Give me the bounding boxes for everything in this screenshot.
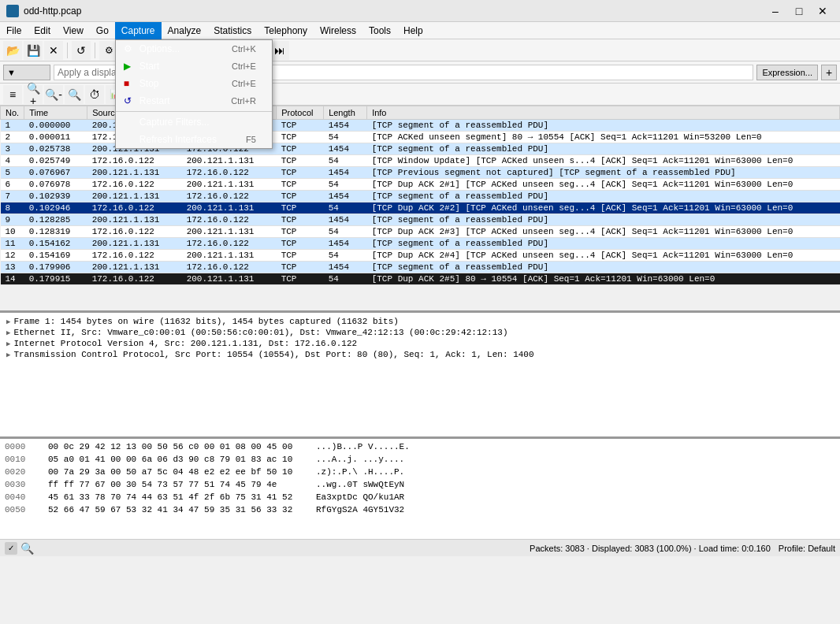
time-button[interactable]: ⏱ — [85, 85, 104, 104]
menu-tools[interactable]: Tools — [362, 22, 397, 39]
capture-filters[interactable]: Capture Filters... — [116, 113, 272, 131]
status-indicator: ✓ — [5, 542, 17, 555]
menu-edit[interactable]: Edit — [28, 22, 57, 39]
table-cell: 8 — [1, 202, 24, 214]
table-cell: TCP — [277, 132, 324, 143]
zoom-reset-button[interactable]: 🔍 — [65, 85, 84, 104]
add-filter-button[interactable]: + — [821, 65, 837, 80]
table-cell: 172.16.0.122 — [87, 273, 182, 285]
table-cell: 172.16.0.122 — [87, 250, 182, 262]
table-cell: 172.16.0.122 — [182, 238, 277, 250]
close-file-button[interactable]: ✕ — [44, 41, 63, 60]
col-header-protocol[interactable]: Protocol — [277, 106, 324, 120]
menu-go[interactable]: Go — [90, 22, 115, 39]
table-row[interactable]: 100.128319172.16.0.122200.121.1.131TCP54… — [1, 226, 840, 238]
table-row[interactable]: 140.179915172.16.0.122200.121.1.131TCP54… — [1, 273, 840, 285]
filter-dropdown[interactable]: ▼ — [3, 65, 50, 80]
table-cell: 54 — [324, 132, 367, 143]
table-row[interactable]: 40.025749172.16.0.122200.121.1.131TCP54[… — [1, 155, 840, 167]
detail-row[interactable]: ▶Transmission Control Protocol, Src Port… — [3, 349, 837, 360]
save-file-button[interactable]: 💾 — [24, 41, 43, 60]
table-cell: 54 — [324, 226, 367, 238]
menu-capture[interactable]: Capture ⚙ Options... Ctrl+K ▶ Start Ctrl… — [115, 22, 162, 39]
table-cell: [TCP segment of a reassembled PDU] — [367, 143, 840, 155]
menu-statistics[interactable]: Statistics — [207, 22, 258, 39]
titlebar-left: odd-http.pcap — [6, 5, 81, 17]
table-cell: TCP — [277, 202, 324, 214]
detail-row[interactable]: ▶Frame 1: 1454 bytes on wire (11632 bits… — [3, 316, 837, 327]
expand-arrow-icon: ▶ — [6, 318, 10, 326]
col-header-info[interactable]: Info — [367, 106, 840, 120]
capture-start[interactable]: ▶ Start Ctrl+E — [116, 58, 272, 75]
hex-bytes: 52 66 47 59 67 53 32 41 34 47 59 35 31 5… — [48, 503, 300, 516]
window-title: odd-http.pcap — [24, 6, 81, 17]
table-cell: 54 — [324, 179, 367, 191]
table-cell: TCP — [277, 179, 324, 191]
table-cell: 1454 — [324, 214, 367, 226]
maximize-button[interactable]: □ — [788, 3, 810, 19]
equal-button[interactable]: ≡ — [3, 85, 22, 104]
close-button[interactable]: ✕ — [812, 3, 834, 19]
capture-stop[interactable]: ■ Stop Ctrl+E — [116, 75, 272, 92]
menu-wireless[interactable]: Wireless — [314, 22, 362, 39]
table-cell: 0.025749 — [24, 155, 87, 167]
table-cell: 172.16.0.122 — [182, 191, 277, 202]
menu-telephony[interactable]: Telephony — [258, 22, 314, 39]
stop-shortcut: Ctrl+E — [232, 79, 256, 88]
expression-button[interactable]: Expression... — [756, 65, 818, 80]
reload-button[interactable]: ↺ — [72, 41, 91, 60]
table-cell: [TCP segment of a reassembled PDU] — [367, 191, 840, 202]
table-cell: 11 — [1, 238, 24, 250]
table-cell: 6 — [1, 179, 24, 191]
table-row[interactable]: 90.128285200.121.1.131172.16.0.122TCP145… — [1, 214, 840, 226]
go-last-button[interactable]: ⏭ — [270, 41, 289, 60]
detail-row[interactable]: ▶Ethernet II, Src: Vmware_c0:00:01 (00:5… — [3, 327, 837, 338]
table-cell: 172.16.0.122 — [182, 214, 277, 226]
table-row[interactable]: 70.102939200.121.1.131172.16.0.122TCP145… — [1, 191, 840, 202]
table-cell: 2 — [1, 132, 24, 143]
packet-details-container[interactable]: ▶Frame 1: 1454 bytes on wire (11632 bits… — [0, 310, 840, 436]
table-row[interactable]: 110.154162200.121.1.131172.16.0.122TCP14… — [1, 238, 840, 250]
open-file-button[interactable]: 📂 — [3, 41, 22, 60]
menu-view[interactable]: View — [57, 22, 90, 39]
capture-restart[interactable]: ↺ Restart Ctrl+R — [116, 92, 272, 110]
hex-offset: 0040 — [5, 491, 32, 503]
table-row[interactable]: 130.179906200.121.1.131172.16.0.122TCP14… — [1, 262, 840, 273]
table-cell: 7 — [1, 191, 24, 202]
table-cell: 0.076967 — [24, 167, 87, 179]
table-cell: 0.154169 — [24, 250, 87, 262]
restart-icon: ↺ — [124, 95, 139, 106]
stop-label: Stop — [139, 78, 216, 89]
detail-row[interactable]: ▶Internet Protocol Version 4, Src: 200.1… — [3, 338, 837, 349]
table-cell: 1454 — [324, 262, 367, 273]
table-cell: 54 — [324, 202, 367, 214]
table-cell: 200.121.1.131 — [182, 250, 277, 262]
minimize-button[interactable]: – — [764, 3, 786, 19]
table-cell: [TCP Dup ACK 2#5] 80 → 10554 [ACK] Seq=1… — [367, 273, 840, 285]
table-cell: 200.121.1.131 — [87, 262, 182, 273]
table-cell: 0.128319 — [24, 226, 87, 238]
stop-icon: ■ — [124, 78, 139, 89]
table-cell: 9 — [1, 214, 24, 226]
col-header-time[interactable]: Time — [24, 106, 87, 120]
table-row[interactable]: 50.076967200.121.1.131172.16.0.122TCP145… — [1, 167, 840, 179]
zoom-out-button[interactable]: 🔍- — [44, 85, 63, 104]
status-left: ✓ 🔍 — [5, 542, 34, 555]
table-cell: 200.121.1.131 — [87, 191, 182, 202]
hex-container[interactable]: 000000 0c 29 42 12 13 00 50 56 c0 00 01 … — [0, 436, 840, 539]
hex-bytes: 45 61 33 78 70 74 44 63 51 4f 2f 6b 75 3… — [48, 491, 300, 503]
col-header-length[interactable]: Length — [324, 106, 367, 120]
table-row[interactable]: 120.154169172.16.0.122200.121.1.131TCP54… — [1, 250, 840, 262]
menu-file[interactable]: File — [0, 22, 28, 39]
menu-analyze[interactable]: Analyze — [162, 22, 208, 39]
table-cell: 1454 — [324, 120, 367, 132]
table-row[interactable]: 60.076978172.16.0.122200.121.1.131TCP54[… — [1, 179, 840, 191]
refresh-interfaces[interactable]: Refresh Interfaces F5 — [116, 131, 272, 148]
table-row[interactable]: 80.102946172.16.0.122200.121.1.131TCP54[… — [1, 202, 840, 214]
col-header-no[interactable]: No. — [1, 106, 24, 120]
zoom-in-button[interactable]: 🔍+ — [24, 85, 43, 104]
hex-bytes: 00 7a 29 3a 00 50 a7 5c 04 48 e2 e2 ee b… — [48, 466, 300, 478]
menu-help[interactable]: Help — [397, 22, 429, 39]
capture-options[interactable]: ⚙ Options... Ctrl+K — [116, 40, 272, 58]
hex-row: 005052 66 47 59 67 53 32 41 34 47 59 35 … — [5, 503, 835, 516]
